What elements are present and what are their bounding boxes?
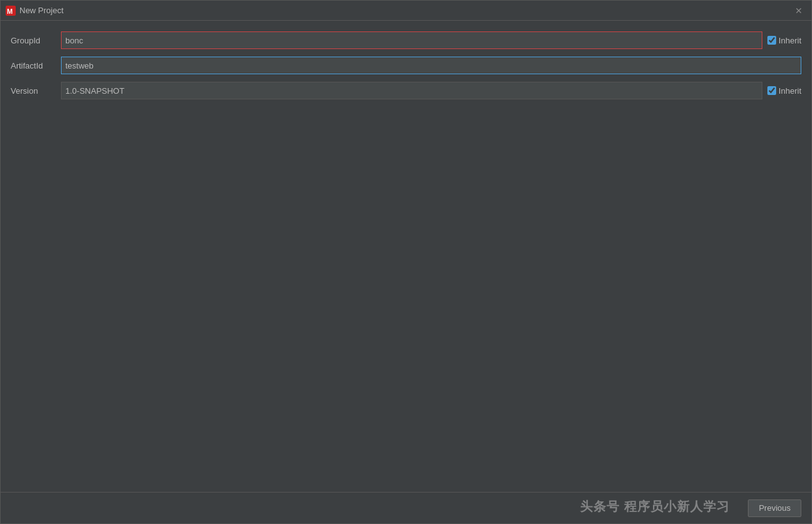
version-inherit-checkbox[interactable] <box>767 86 776 95</box>
content-area: GroupId Inherit ArtifactId Version Inher… <box>1 21 811 492</box>
artifactid-row: ArtifactId <box>11 56 801 75</box>
main-content-area <box>11 106 801 492</box>
title-bar: M New Project ✕ <box>1 1 811 21</box>
artifactid-input[interactable] <box>61 57 801 74</box>
groupid-row: GroupId Inherit <box>11 31 801 50</box>
version-inherit-container: Inherit <box>767 86 801 96</box>
groupid-label: GroupId <box>11 36 61 45</box>
version-inherit-label: Inherit <box>779 86 801 96</box>
version-input[interactable] <box>61 82 762 99</box>
previous-button[interactable]: Previous <box>748 499 801 517</box>
app-icon: M <box>6 6 16 16</box>
svg-text:M: M <box>7 8 13 15</box>
groupid-input[interactable] <box>61 31 762 49</box>
groupid-inherit-container: Inherit <box>767 36 801 45</box>
artifactid-label: ArtifactId <box>11 61 61 70</box>
new-project-window: M New Project ✕ GroupId Inherit Artifact… <box>0 0 812 524</box>
title-bar-left: M New Project <box>6 6 63 16</box>
version-row: Version Inherit <box>11 81 801 100</box>
footer: Previous <box>1 492 811 523</box>
close-button[interactable]: ✕ <box>791 3 806 18</box>
version-label: Version <box>11 86 61 96</box>
groupid-inherit-checkbox[interactable] <box>767 36 776 45</box>
groupid-inherit-label: Inherit <box>779 36 801 45</box>
window-title: New Project <box>19 6 63 15</box>
